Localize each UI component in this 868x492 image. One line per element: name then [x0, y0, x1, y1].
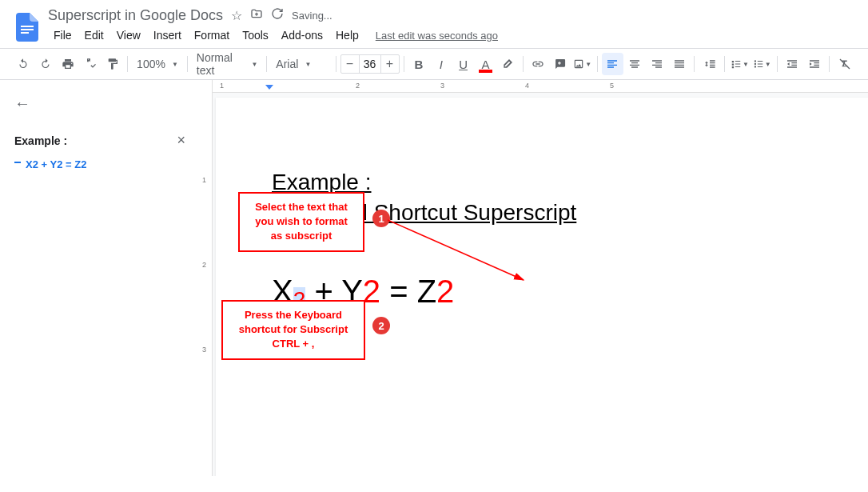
style-dropdown[interactable]: Normal text▼: [192, 54, 263, 74]
menu-view[interactable]: View: [111, 26, 146, 45]
callout-1: Select the text that you wish to format …: [238, 192, 364, 252]
menu-addons[interactable]: Add-ons: [276, 26, 328, 45]
document-page[interactable]: Example : Keyboard Shortcut Superscript …: [216, 98, 868, 476]
insert-comment-button[interactable]: [549, 53, 571, 75]
outline-collapse-button[interactable]: ←: [14, 94, 30, 113]
outline-heading[interactable]: Example : ×: [14, 129, 190, 152]
font-size-value[interactable]: 36: [359, 55, 381, 73]
checklist-button[interactable]: ▼: [729, 53, 751, 75]
move-icon[interactable]: [250, 7, 263, 23]
outline-heading-text: Example :: [14, 134, 67, 147]
underline-button[interactable]: U: [452, 53, 474, 75]
align-left-button[interactable]: [602, 53, 623, 75]
insert-link-button[interactable]: [528, 53, 549, 75]
redo-button[interactable]: [35, 53, 57, 75]
format-paint-button[interactable]: [102, 53, 123, 75]
document-title[interactable]: Superscript in Google Docs: [48, 7, 223, 24]
docs-logo-icon[interactable]: [13, 13, 42, 42]
outline-item[interactable]: X2 + Y2 = Z2: [14, 152, 190, 170]
menu-tools[interactable]: Tools: [237, 26, 274, 45]
align-center-button[interactable]: [624, 53, 646, 75]
bullet-list-button[interactable]: ▼: [751, 53, 773, 75]
cloud-status-icon: [271, 7, 284, 23]
insert-image-button[interactable]: ▼: [571, 53, 593, 75]
italic-button[interactable]: I: [430, 53, 452, 75]
app-header: Superscript in Google Docs ☆ Saving... F…: [0, 0, 868, 48]
bold-button[interactable]: B: [408, 53, 429, 75]
svg-point-5: [755, 66, 756, 67]
star-icon[interactable]: ☆: [231, 8, 242, 23]
svg-point-3: [755, 60, 756, 62]
callout-badge-1: 1: [372, 210, 390, 227]
text-color-button[interactable]: A: [475, 53, 496, 75]
callout-2: Press the Keyboard shortcut for Subscrip…: [221, 300, 365, 360]
line-spacing-button[interactable]: [699, 53, 720, 75]
menu-format[interactable]: Format: [189, 26, 235, 45]
font-dropdown[interactable]: Arial▼: [271, 54, 331, 74]
menu-file[interactable]: File: [48, 26, 78, 45]
decrease-indent-button[interactable]: [782, 53, 803, 75]
callout-badge-2: 2: [372, 317, 390, 334]
menu-help[interactable]: Help: [330, 26, 364, 45]
vertical-ruler: 1 2 3: [200, 80, 213, 476]
last-edit-link[interactable]: Last edit was seconds ago: [376, 30, 498, 42]
font-size-increase[interactable]: +: [381, 55, 399, 73]
horizontal-ruler: 1 2 3 4 5: [200, 80, 868, 93]
document-area: 1 2 3 4 5 Example : Keyboard Shortcut Su…: [200, 80, 868, 476]
align-justify-button[interactable]: [669, 53, 691, 75]
spellcheck-button[interactable]: [79, 53, 101, 75]
svg-rect-1: [21, 29, 34, 30]
svg-point-4: [755, 63, 756, 65]
toolbar: 100%▼ Normal text▼ Arial▼ − 36 + B I U A…: [0, 48, 868, 80]
saving-status: Saving...: [292, 10, 332, 22]
undo-button[interactable]: [13, 53, 34, 75]
font-size-control: − 36 +: [340, 54, 400, 74]
increase-indent-button[interactable]: [804, 53, 826, 75]
outline-remove-icon[interactable]: ×: [177, 132, 190, 149]
svg-rect-2: [21, 32, 29, 34]
font-size-decrease[interactable]: −: [341, 55, 359, 73]
menu-edit[interactable]: Edit: [79, 26, 109, 45]
menu-bar: File Edit View Insert Format Tools Add-o…: [48, 24, 855, 48]
print-button[interactable]: [58, 53, 79, 75]
svg-rect-0: [21, 26, 34, 27]
outline-panel: ← Example : × X2 + Y2 = Z2: [0, 80, 200, 476]
align-right-button[interactable]: [647, 53, 668, 75]
clear-formatting-button[interactable]: [834, 53, 855, 75]
highlight-button[interactable]: [497, 53, 519, 75]
menu-insert[interactable]: Insert: [148, 26, 187, 45]
zoom-dropdown[interactable]: 100%▼: [132, 54, 183, 74]
indent-marker-icon[interactable]: [265, 85, 273, 90]
